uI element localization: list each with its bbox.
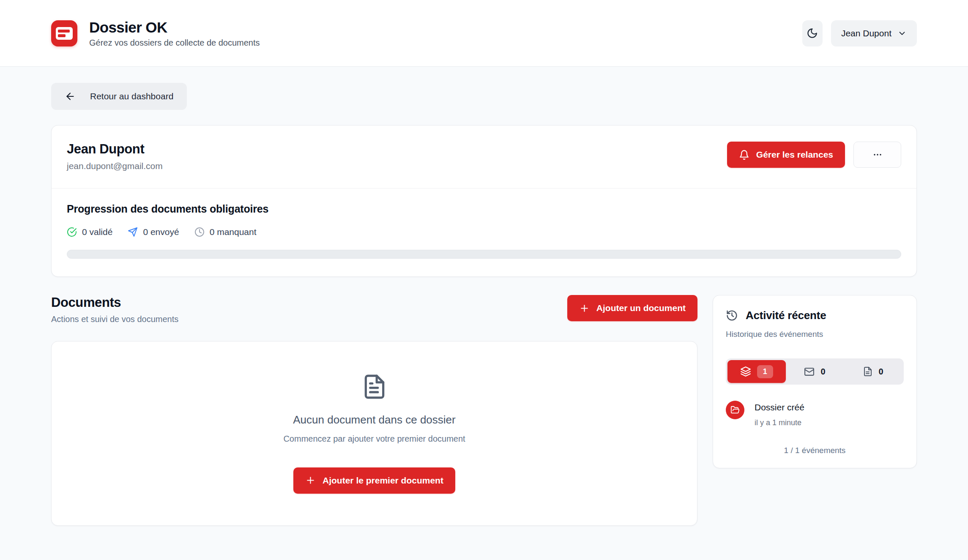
back-to-dashboard-button[interactable]: Retour au dashboard — [51, 83, 187, 110]
client-identity: Jean Dupont jean.dupont@gmail.com — [67, 142, 163, 171]
layers-icon — [740, 366, 751, 377]
header-actions: Jean Dupont — [802, 20, 917, 46]
user-name: Jean Dupont — [841, 28, 891, 38]
moon-icon — [807, 27, 818, 39]
send-icon — [128, 227, 138, 237]
client-email: jean.dupont@gmail.com — [67, 161, 163, 171]
folder-open-icon — [730, 405, 740, 415]
progress-stats: 0 validé 0 envoyé 0 manquant — [67, 227, 901, 237]
add-first-document-label: Ajouter le premier document — [323, 475, 443, 486]
manage-reminders-label: Gérer les relances — [756, 150, 833, 160]
activity-card: Activité récente Historique des événemen… — [713, 295, 917, 468]
event-body: Dossier créé il y a 1 minute — [755, 401, 804, 427]
activity-event: Dossier créé il y a 1 minute — [726, 401, 904, 427]
add-document-button[interactable]: Ajouter un document — [567, 295, 697, 321]
empty-state-subtitle: Commencez par ajouter votre premier docu… — [283, 434, 465, 444]
add-document-label: Ajouter un document — [596, 303, 686, 313]
back-button-label: Retour au dashboard — [90, 91, 173, 101]
client-name: Jean Dupont — [67, 142, 163, 157]
file-icon — [863, 366, 873, 377]
file-text-icon — [361, 374, 388, 400]
documents-card: Aucun document dans ce dossier Commencez… — [51, 341, 697, 526]
main-content: Retour au dashboard Jean Dupont jean.dup… — [0, 67, 968, 526]
bell-icon — [739, 150, 749, 160]
documents-subtitle: Actions et suivi de vos documents — [51, 314, 178, 324]
filter-all-count: 1 — [757, 365, 773, 378]
clock-icon — [194, 227, 205, 237]
more-options-button[interactable] — [853, 142, 901, 168]
event-avatar — [726, 401, 744, 419]
page: Dossier OK Gérez vos dossiers de collect… — [0, 0, 968, 560]
documents-title: Documents — [51, 295, 178, 310]
header-brand: Dossier OK Gérez vos dossiers de collect… — [51, 19, 260, 48]
progress-bar — [67, 250, 901, 259]
history-icon — [726, 309, 738, 322]
mail-icon — [804, 366, 815, 377]
theme-toggle-button[interactable] — [802, 20, 823, 46]
app-subtitle: Gérez vos dossiers de collecte de docume… — [89, 38, 260, 48]
manage-reminders-button[interactable]: Gérer les relances — [727, 142, 845, 168]
app-header: Dossier OK Gérez vos dossiers de collect… — [0, 0, 968, 67]
chevron-down-icon — [897, 29, 907, 38]
user-menu-button[interactable]: Jean Dupont — [831, 20, 917, 46]
check-circle-icon — [67, 227, 77, 237]
filter-emails-count: 0 — [820, 367, 825, 377]
plus-icon — [305, 475, 316, 486]
stat-sent-label: 0 envoyé — [143, 227, 179, 237]
stat-validated: 0 validé — [67, 227, 112, 237]
stat-sent: 0 envoyé — [128, 227, 179, 237]
activity-footer: 1 / 1 événements — [726, 446, 904, 455]
progress-title: Progression des documents obligatoires — [67, 203, 901, 215]
plus-icon — [579, 303, 590, 314]
title-block: Dossier OK Gérez vos dossiers de collect… — [89, 19, 260, 48]
stat-validated-label: 0 validé — [82, 227, 112, 237]
documents-empty-state: Aucun document dans ce dossier Commencez… — [283, 374, 465, 494]
filter-emails-tab[interactable]: 0 — [786, 360, 844, 383]
client-card: Jean Dupont jean.dupont@gmail.com Gérer … — [51, 125, 917, 277]
filter-documents-count: 0 — [879, 367, 883, 377]
ellipsis-icon — [872, 150, 883, 160]
card-divider — [52, 188, 916, 188]
client-card-header: Jean Dupont jean.dupont@gmail.com Gérer … — [67, 142, 901, 171]
client-actions: Gérer les relances — [727, 142, 901, 168]
documents-heading: Documents Actions et suivi de vos docume… — [51, 295, 178, 324]
arrow-left-icon — [65, 91, 76, 102]
filter-documents-tab[interactable]: 0 — [844, 360, 902, 383]
content-grid: Documents Actions et suivi de vos docume… — [51, 295, 917, 526]
documents-header: Documents Actions et suivi de vos docume… — [51, 295, 697, 324]
app-logo-icon — [51, 20, 77, 46]
documents-section: Documents Actions et suivi de vos docume… — [51, 295, 697, 526]
stat-missing-label: 0 manquant — [210, 227, 257, 237]
empty-state-title: Aucun document dans ce dossier — [293, 413, 455, 426]
event-time: il y a 1 minute — [755, 418, 804, 427]
activity-filters: 1 0 0 — [726, 358, 904, 385]
activity-title: Activité récente — [746, 309, 826, 322]
stat-missing: 0 manquant — [194, 227, 257, 237]
app-title: Dossier OK — [89, 19, 260, 36]
activity-subtitle: Historique des événements — [726, 330, 904, 339]
filter-all-tab[interactable]: 1 — [727, 360, 786, 383]
event-title: Dossier créé — [755, 402, 804, 412]
activity-header: Activité récente — [726, 309, 904, 322]
card-glyph — [56, 27, 73, 40]
add-first-document-button[interactable]: Ajouter le premier document — [293, 467, 455, 494]
